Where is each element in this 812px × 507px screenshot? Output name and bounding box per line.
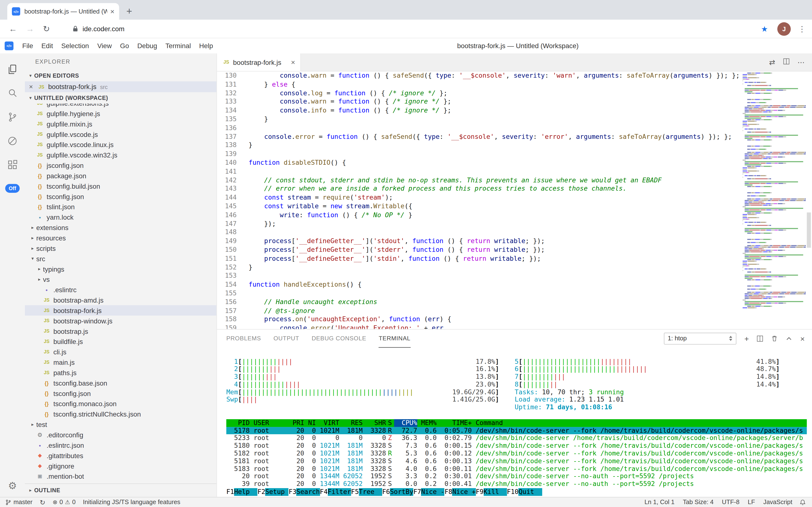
app-logo[interactable]: </> bbox=[5, 41, 13, 50]
code-editor[interactable]: 1301311321331341351361371381391401411421… bbox=[217, 72, 812, 329]
forward-button[interactable]: → bbox=[26, 24, 34, 34]
tab-close-icon[interactable]: × bbox=[110, 7, 115, 15]
status-message[interactable]: Initializing JS/TS language features bbox=[83, 499, 180, 506]
tree-item-yarn.lock[interactable]: ●yarn.lock bbox=[25, 212, 216, 222]
reload-button[interactable]: ↻ bbox=[43, 24, 50, 34]
panel-tab-terminal[interactable]: TERMINAL bbox=[379, 329, 411, 347]
tree-item-package.json[interactable]: {}package.json bbox=[25, 171, 216, 181]
split-terminal-button[interactable] bbox=[757, 335, 763, 342]
new-terminal-button[interactable]: + bbox=[744, 334, 749, 343]
tree-item-.editorconfig[interactable]: ⚙.editorconfig bbox=[25, 430, 216, 440]
status-right-javascript[interactable]: JavaScript bbox=[763, 499, 793, 506]
fn-key-f2[interactable]: F2 bbox=[257, 488, 265, 496]
tree-item-src[interactable]: ▾src bbox=[25, 253, 216, 264]
tree-item-cli.js[interactable]: JScli.js bbox=[25, 347, 216, 357]
terminal-selector[interactable]: 1: htop bbox=[664, 332, 737, 344]
activity-debug[interactable] bbox=[0, 129, 25, 153]
open-editor-item[interactable]: × JS bootstrap-fork.js src bbox=[25, 81, 216, 92]
fn-key-f7[interactable]: F7 bbox=[414, 488, 421, 496]
tree-item-.eslintrc[interactable]: ●.eslintrc bbox=[25, 284, 216, 295]
avatar[interactable]: J bbox=[777, 22, 791, 36]
editor-more-actions[interactable]: ⋯ bbox=[798, 58, 805, 66]
bell-icon[interactable] bbox=[800, 499, 806, 506]
status-right-lf[interactable]: LF bbox=[748, 499, 755, 506]
fn-label-setup[interactable]: Setup bbox=[265, 488, 289, 496]
fn-key-f9[interactable]: F9 bbox=[476, 488, 484, 496]
menu-item-view[interactable]: View bbox=[93, 42, 116, 50]
fn-label-sortby[interactable]: SortBy bbox=[390, 488, 414, 496]
tree-item-gulpfile.mixin.js[interactable]: JSgulpfile.mixin.js bbox=[25, 119, 216, 129]
tree-item-resources[interactable]: ▸resources bbox=[25, 233, 216, 243]
menu-item-selection[interactable]: Selection bbox=[57, 42, 93, 50]
split-editor-button[interactable] bbox=[783, 58, 790, 66]
tree-item-jsconfig.json[interactable]: {}jsconfig.json bbox=[25, 160, 216, 171]
process-row-5181[interactable]: 5181root2001021M181M3328S4.60.60:00.13/d… bbox=[226, 457, 807, 465]
outline-header[interactable]: ▸ OUTLINE bbox=[25, 483, 216, 497]
panel-tab-output[interactable]: OUTPUT bbox=[273, 329, 299, 347]
fn-key-f8[interactable]: F8 bbox=[445, 488, 452, 496]
tree-item-.gitignore[interactable]: ◆.gitignore bbox=[25, 460, 216, 471]
activity-source-control[interactable] bbox=[0, 105, 25, 129]
close-editor-icon[interactable]: × bbox=[29, 83, 37, 91]
menu-item-edit[interactable]: Edit bbox=[37, 42, 57, 50]
menu-item-debug[interactable]: Debug bbox=[133, 42, 161, 50]
menu-item-help[interactable]: Help bbox=[195, 42, 217, 50]
activity-explorer[interactable] bbox=[0, 58, 25, 81]
activity-extensions[interactable] bbox=[0, 153, 25, 177]
tree-item-main.js[interactable]: JSmain.js bbox=[25, 357, 216, 368]
minimap[interactable] bbox=[743, 72, 806, 329]
open-editors-header[interactable]: ▾ OPEN EDITORS bbox=[25, 70, 216, 81]
browser-tab[interactable]: </> bootstrap-fork.js — Untitled (W × bbox=[7, 3, 119, 20]
editor-scrollbar[interactable] bbox=[806, 72, 812, 329]
tree-item-tsconfig.base.json[interactable]: {}tsconfig.base.json bbox=[25, 378, 216, 388]
menu-item-go[interactable]: Go bbox=[116, 42, 133, 50]
tree-item-bootstrap-fork.js[interactable]: JSbootstrap-fork.js bbox=[25, 305, 216, 316]
back-button[interactable]: ← bbox=[9, 24, 17, 34]
open-changes-icon[interactable]: ⇄ bbox=[769, 58, 775, 66]
status-sync-button[interactable]: ↻ bbox=[40, 498, 45, 506]
maximize-panel-button[interactable] bbox=[786, 335, 793, 342]
scrollbar-thumb[interactable] bbox=[807, 212, 811, 248]
menu-item-terminal[interactable]: Terminal bbox=[161, 42, 195, 50]
tree-item-.mention-bot[interactable]: ▣.mention-bot bbox=[25, 471, 216, 482]
tree-item-gulpfile.vscode.linux.js[interactable]: JSgulpfile.vscode.linux.js bbox=[25, 139, 216, 150]
fn-label-search[interactable]: Search bbox=[296, 488, 320, 496]
panel-tab-problems[interactable]: PROBLEMS bbox=[226, 329, 261, 347]
fn-label-quit[interactable]: Quit bbox=[518, 488, 542, 496]
process-row-20[interactable]: 20root2001344M620521952S3.30.20:30.01/de… bbox=[226, 473, 807, 481]
tree-item-tsconfig.json[interactable]: {}tsconfig.json bbox=[25, 191, 216, 202]
code-lines[interactable]: console.warn = function () { safeSend({ … bbox=[249, 72, 740, 329]
tree-item-gulpfile.vscode.win32.js[interactable]: JSgulpfile.vscode.win32.js bbox=[25, 150, 216, 160]
fn-key-f6[interactable]: F6 bbox=[382, 488, 390, 496]
tree-item-tsconfig.strictNullChecks.json[interactable]: {}tsconfig.strictNullChecks.json bbox=[25, 409, 216, 419]
browser-menu-icon[interactable]: ⋮ bbox=[798, 24, 806, 34]
tree-item-.eslintrc.json[interactable]: ●.eslintrc.json bbox=[25, 440, 216, 450]
fn-label-tree[interactable]: Tree bbox=[359, 488, 382, 496]
fn-key-f1[interactable]: F1 bbox=[226, 488, 234, 496]
tree-item-paths.js[interactable]: JSpaths.js bbox=[25, 368, 216, 378]
panel-tab-debug-console[interactable]: DEBUG CONSOLE bbox=[312, 329, 366, 347]
tree-item-tsconfig.json[interactable]: {}tsconfig.json bbox=[25, 388, 216, 399]
status-problems[interactable]: ⊗ 0 ⚠ 0 bbox=[53, 499, 76, 506]
tree-item-bootstrap.js[interactable]: JSbootstrap.js bbox=[25, 326, 216, 336]
status-right-tab-size-4[interactable]: Tab Size: 4 bbox=[683, 499, 713, 506]
tree-item-typings[interactable]: ▸typings bbox=[25, 264, 216, 274]
editor-tab-close-icon[interactable]: × bbox=[291, 58, 295, 66]
workspace-header[interactable]: ▾ UNTITLED (WORKSPACE) bbox=[25, 92, 216, 104]
url-text[interactable]: ide.coder.com bbox=[82, 25, 761, 33]
tree-item-bootstrap-amd.js[interactable]: JSbootstrap-amd.js bbox=[25, 295, 216, 305]
terminal[interactable]: 1[|||||||||||||17.8%]2[||||||||||16.1%]3… bbox=[217, 347, 812, 497]
fn-label-filter[interactable]: Filter bbox=[327, 488, 351, 496]
process-row-5180[interactable]: 5180root2001021M181M3328S7.30.60:00.15/d… bbox=[226, 442, 807, 450]
process-row-39[interactable]: 39root2001344M620521952S0.00.20:00.41/de… bbox=[226, 481, 807, 488]
tree-item-test[interactable]: ▸test bbox=[25, 419, 216, 430]
editor-tab[interactable]: JS bootstrap-fork.js × bbox=[217, 53, 301, 71]
process-row-5178[interactable]: 5178root2001021M181M3328R72.70.60:05.70/… bbox=[226, 427, 807, 435]
tree-item-scripts[interactable]: ▸scripts bbox=[25, 243, 216, 253]
tree-item-buildfile.js[interactable]: JSbuildfile.js bbox=[25, 336, 216, 347]
fn-key-f10[interactable]: F10 bbox=[507, 488, 518, 496]
close-panel-button[interactable]: × bbox=[800, 334, 805, 343]
bookmark-star-icon[interactable]: ★ bbox=[761, 24, 768, 34]
tree-item-tsconfig.build.json[interactable]: {}tsconfig.build.json bbox=[25, 181, 216, 191]
tree-item-gulpfile.hygiene.js[interactable]: JSgulpfile.hygiene.js bbox=[25, 108, 216, 119]
